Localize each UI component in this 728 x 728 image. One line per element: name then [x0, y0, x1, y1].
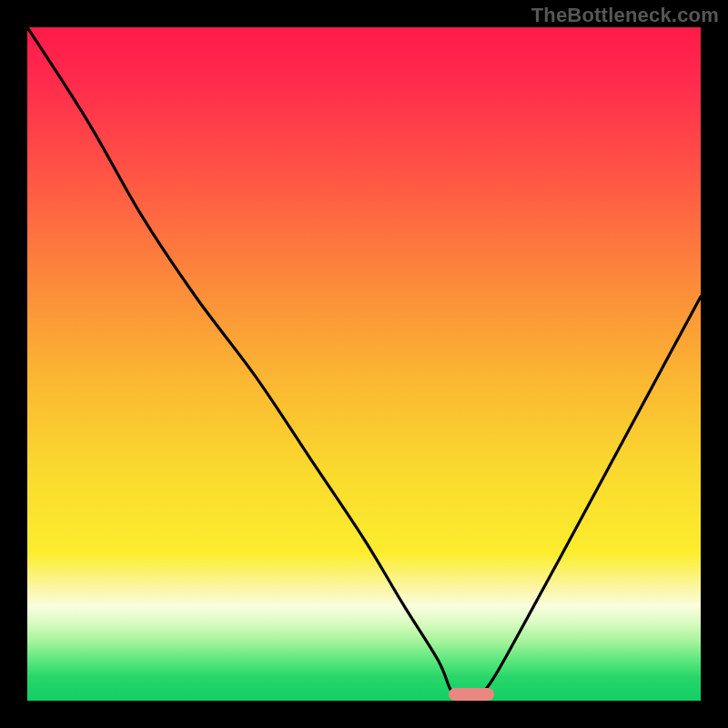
- bottleneck-curve-path: [27, 27, 701, 695]
- bottleneck-curve: [27, 27, 701, 701]
- plot-area: [27, 27, 701, 701]
- chart-frame: TheBottleneck.com: [0, 0, 728, 728]
- watermark-text: TheBottleneck.com: [531, 4, 719, 27]
- optimal-range-lozenge: [449, 688, 494, 701]
